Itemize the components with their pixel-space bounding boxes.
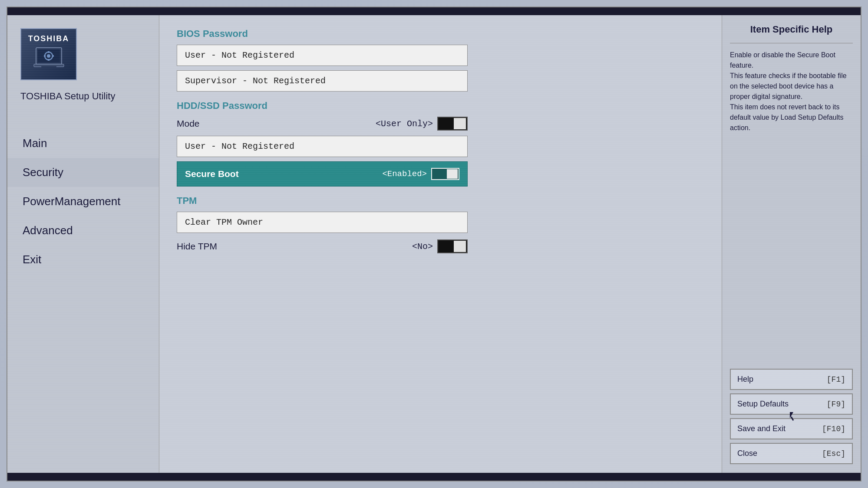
top-bar [7, 7, 861, 15]
help-btn-label: Help [737, 375, 753, 384]
sidebar-item-security[interactable]: Security [7, 158, 159, 187]
secure-boot-right: <Enabled> [382, 168, 459, 180]
mode-row: Mode <User Only> [177, 117, 468, 131]
mode-toggle-knob [454, 118, 466, 129]
right-panel: Item Specific Help Enable or disable the… [722, 15, 861, 473]
bios-password-title: BIOS Password [177, 28, 704, 39]
mode-toggle-group: <User Only> [376, 117, 468, 131]
help-divider [730, 43, 853, 43]
tpm-clear-field[interactable]: Clear TPM Owner [177, 212, 468, 233]
svg-point-3 [47, 54, 50, 58]
hide-tpm-row: Hide TPM <No> [177, 239, 468, 253]
hide-tpm-label: Hide TPM [177, 241, 217, 252]
main-layout: TOSHIBA [7, 15, 861, 473]
bios-user-field[interactable]: User - Not Registered [177, 45, 468, 66]
sidebar-item-power-management[interactable]: PowerManagement [7, 187, 159, 216]
secure-boot-knob [447, 169, 458, 179]
save-exit-button[interactable]: Save and Exit [F10] [730, 418, 853, 439]
hide-tpm-knob [454, 241, 466, 252]
help-text: Enable or disable the Secure Boot featur… [730, 50, 853, 360]
sidebar-item-exit[interactable]: Exit [7, 245, 159, 274]
close-key: [Esc] [822, 449, 845, 458]
mode-toggle[interactable] [437, 117, 468, 131]
secure-boot-row[interactable]: Secure Boot <Enabled> [177, 161, 468, 187]
help-button[interactable]: Help [F1] [730, 369, 853, 390]
hide-tpm-value: <No> [412, 242, 433, 252]
save-exit-key: [F10] [822, 425, 845, 433]
bottom-bar [7, 473, 861, 481]
app-title: TOSHIBA Setup Utility [20, 90, 115, 103]
logo-area: TOSHIBA [7, 15, 159, 111]
secure-boot-value: <Enabled> [382, 169, 427, 179]
help-title: Item Specific Help [730, 24, 853, 35]
bios-supervisor-field[interactable]: Supervisor - Not Registered [177, 70, 468, 92]
content-area: BIOS Password User - Not Registered Supe… [159, 15, 722, 473]
hdd-user-field[interactable]: User - Not Registered [177, 136, 468, 157]
logo-box: TOSHIBA [20, 28, 77, 80]
hide-tpm-toggle-group: <No> [412, 239, 468, 253]
hide-tpm-toggle[interactable] [437, 239, 468, 253]
secure-boot-toggle[interactable] [431, 168, 459, 180]
svg-rect-5 [48, 59, 50, 61]
close-label: Close [737, 449, 757, 458]
mode-label: Mode [177, 118, 200, 129]
close-button[interactable]: Close [Esc] [730, 443, 853, 464]
svg-rect-6 [44, 55, 46, 57]
hdd-password-title: HDD/SSD Password [177, 100, 704, 111]
bios-window: TOSHIBA [7, 7, 861, 481]
sidebar-item-main[interactable]: Main [7, 129, 159, 158]
sidebar: TOSHIBA [7, 15, 159, 473]
setup-defaults-label: Setup Defaults [737, 400, 789, 409]
setup-defaults-button[interactable]: Setup Defaults [F9] [730, 393, 853, 415]
svg-rect-7 [52, 55, 54, 57]
secure-boot-title: Secure Boot [185, 169, 239, 179]
brand-name: TOSHIBA [28, 34, 69, 43]
mode-value: <User Only> [376, 119, 433, 129]
svg-rect-9 [41, 66, 56, 67]
save-exit-label: Save and Exit [737, 424, 785, 433]
svg-rect-4 [48, 51, 50, 53]
setup-defaults-key: [F9] [827, 400, 845, 409]
laptop-icon [33, 47, 65, 73]
action-buttons: Help [F1] Setup Defaults [F9] Save and E… [730, 369, 853, 464]
tpm-title: TPM [177, 195, 704, 206]
nav-menu: Main Security PowerManagement Advanced E… [7, 129, 159, 274]
sidebar-item-advanced[interactable]: Advanced [7, 216, 159, 245]
help-btn-key: [F1] [827, 375, 845, 384]
